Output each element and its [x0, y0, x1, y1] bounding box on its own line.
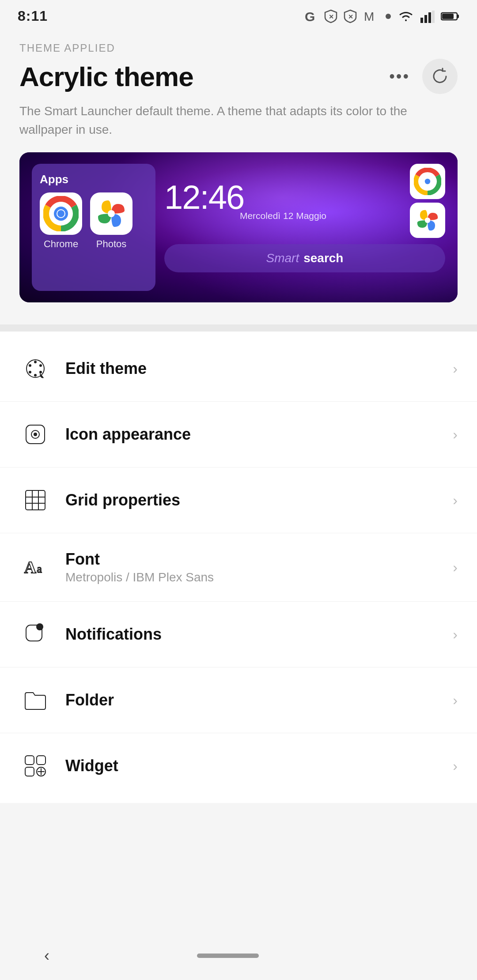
chrome-app-icon: [40, 192, 82, 235]
folder-label-menu: Folder: [65, 691, 453, 709]
svg-point-26: [39, 364, 42, 367]
menu-item-icon-appearance[interactable]: Icon appearance ›: [0, 402, 477, 467]
preview-content: Apps: [19, 152, 458, 302]
apps-folder: Apps: [32, 164, 155, 291]
signal-icon: [420, 10, 435, 23]
svg-rect-34: [26, 490, 45, 510]
icon-appearance-label: Icon appearance: [65, 425, 453, 444]
grid-properties-label: Grid properties: [65, 491, 453, 509]
edit-theme-label: Edit theme: [65, 359, 453, 378]
svg-text:G: G: [305, 9, 315, 24]
wifi-icon: [398, 10, 414, 23]
shield-icon-2: ✕: [344, 9, 357, 23]
bottom-spacer: [0, 803, 477, 860]
preview-right: 12:46 Mercoledì 12 Maggio: [164, 164, 445, 291]
folder-icon: [19, 684, 51, 716]
menu-item-widget[interactable]: Widget ›: [0, 733, 477, 799]
svg-text:M: M: [364, 10, 374, 23]
svg-rect-10: [457, 15, 459, 18]
svg-point-23: [425, 218, 430, 223]
notifications-label: Notifications: [65, 625, 453, 644]
svg-point-28: [34, 374, 37, 377]
folder-chevron: ›: [453, 692, 458, 709]
floating-photos-icon: [410, 203, 445, 238]
svg-rect-44: [37, 756, 45, 765]
bottom-nav: ‹: [0, 931, 477, 980]
icon-appearance-icon: [19, 418, 51, 450]
font-label: Font: [65, 550, 453, 569]
svg-rect-43: [25, 756, 34, 765]
menu-item-notifications[interactable]: Notifications ›: [0, 602, 477, 667]
theme-applied-label: THEME APPLIED: [19, 42, 458, 54]
folder-label: Apps: [40, 173, 148, 186]
folder-icons: Chrome: [40, 192, 148, 250]
svg-point-21: [425, 179, 430, 184]
notifications-text: Notifications: [65, 625, 453, 644]
dot-icon: [385, 13, 391, 19]
svg-rect-8: [432, 11, 435, 23]
svg-point-4: [386, 14, 391, 19]
svg-rect-5: [420, 18, 423, 23]
svg-rect-11: [442, 14, 454, 19]
floating-icons: [410, 164, 445, 238]
nav-home-pill[interactable]: [197, 954, 259, 958]
photos-app-icon: [90, 192, 132, 235]
notifications-icon: [19, 618, 51, 650]
photos-app-name: Photos: [96, 238, 127, 250]
edit-theme-chevron: ›: [453, 361, 458, 377]
svg-point-16: [57, 210, 64, 217]
svg-rect-7: [428, 12, 431, 23]
svg-point-33: [34, 433, 37, 436]
svg-point-42: [36, 623, 43, 630]
gmail-icon: M: [363, 10, 379, 23]
preview-card: Apps: [19, 152, 458, 302]
search-text-bold: search: [303, 251, 343, 265]
widget-chevron: ›: [453, 758, 458, 774]
grid-properties-text: Grid properties: [65, 491, 453, 509]
back-button[interactable]: ‹: [44, 946, 49, 965]
palette-icon: [19, 353, 51, 384]
svg-point-18: [108, 210, 115, 217]
search-bar[interactable]: Smart search: [164, 244, 445, 272]
grid-properties-chevron: ›: [453, 492, 458, 509]
svg-text:A: A: [24, 558, 37, 577]
clock-time: 12:46: [164, 181, 402, 214]
refresh-button[interactable]: [422, 59, 458, 94]
app-item-chrome: Chrome: [40, 192, 82, 250]
section-divider: [0, 324, 477, 332]
header-actions: •••: [386, 59, 458, 94]
font-icon: A a: [19, 551, 51, 583]
app-item-photos: Photos: [90, 192, 132, 250]
theme-description: The Smart Launcher default theme. A them…: [19, 102, 458, 139]
widget-text: Widget: [65, 757, 453, 775]
menu-item-font[interactable]: A a Font Metropolis / IBM Plex Sans ›: [0, 533, 477, 602]
edit-theme-text: Edit theme: [65, 359, 453, 378]
svg-rect-45: [25, 767, 34, 776]
svg-point-25: [34, 361, 37, 363]
battery-icon: [441, 11, 459, 21]
grid-icon: [19, 484, 51, 516]
svg-point-30: [29, 364, 31, 367]
svg-point-27: [39, 371, 42, 373]
font-sublabel: Metropolis / IBM Plex Sans: [65, 570, 453, 584]
icon-appearance-text: Icon appearance: [65, 425, 453, 444]
header-row: Acrylic theme •••: [19, 59, 458, 94]
floating-chrome-icon: [410, 164, 445, 199]
svg-text:✕: ✕: [329, 13, 334, 20]
clock-row: 12:46 Mercoledì 12 Maggio: [164, 164, 445, 238]
status-icons: G ✕ ✕ M: [303, 9, 459, 24]
google-icon: G: [303, 9, 318, 24]
svg-text:a: a: [37, 563, 42, 575]
icon-appearance-chevron: ›: [453, 426, 458, 443]
more-button[interactable]: •••: [386, 65, 413, 87]
font-text: Font Metropolis / IBM Plex Sans: [65, 550, 453, 584]
search-text-smart: Smart: [266, 251, 299, 265]
svg-rect-6: [424, 15, 427, 23]
menu-item-edit-theme[interactable]: Edit theme ›: [0, 336, 477, 402]
widget-icon: [19, 750, 51, 782]
theme-title: Acrylic theme: [19, 61, 193, 92]
font-chevron: ›: [453, 559, 458, 576]
menu-item-grid-properties[interactable]: Grid properties ›: [0, 467, 477, 533]
menu-item-folder[interactable]: Folder ›: [0, 667, 477, 733]
menu-section: Edit theme › Icon appearance ›: [0, 332, 477, 803]
